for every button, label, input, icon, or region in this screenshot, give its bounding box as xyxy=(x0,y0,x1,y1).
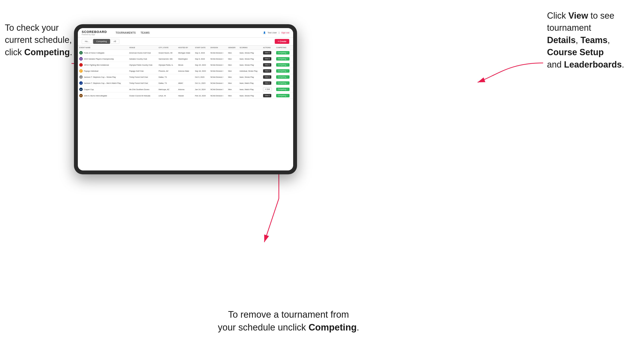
svg-line-4 xyxy=(264,198,279,242)
competing-button[interactable]: Competing ✓ xyxy=(276,75,290,79)
event-name-cell: IOFCC Fighting Illini Invitational xyxy=(78,62,128,68)
view-button[interactable]: View ℹ xyxy=(263,75,271,79)
event-name: Copper Cup xyxy=(84,88,94,91)
tab-all[interactable]: All xyxy=(110,39,119,44)
division-cell: NCAA Division I xyxy=(209,68,227,74)
hosted-by-cell: Hawaii xyxy=(177,93,194,99)
competing-cell: Competing ✓ xyxy=(275,93,293,99)
scoring-cell: team, Stroke Play xyxy=(238,74,262,80)
team-logo: I xyxy=(79,63,83,67)
event-name: Folds of Honor Collegiate xyxy=(84,52,104,54)
event-name: 2023 Sahalee Players Championship xyxy=(84,58,114,60)
event-name-cell: ACopper Cup xyxy=(78,86,128,93)
col-division: DIVISION xyxy=(209,45,227,50)
start-date-cell: Oct 11, 2023 xyxy=(194,80,209,86)
gender-cell: Men xyxy=(227,80,238,86)
start-date-cell: Sep 15, 2023 xyxy=(194,62,209,68)
create-button[interactable]: + Create xyxy=(275,39,289,44)
start-date-cell: Feb 15, 2024 xyxy=(194,93,209,99)
scoring-cell: team, Match Play xyxy=(238,80,262,86)
view-button[interactable]: View ℹ xyxy=(263,63,271,67)
competing-button[interactable]: Competing ✓ xyxy=(276,69,290,73)
venue-cell: American Dunes Golf Club xyxy=(128,50,157,56)
team-logo: J xyxy=(79,81,83,85)
city-state-cell: Sammamish, WA xyxy=(157,56,177,62)
tablet: SCOREBOARD Powered by clippi TOURNAMENTS… xyxy=(74,24,297,174)
separator: | xyxy=(279,31,279,34)
start-date-cell: Sep 9, 2023 xyxy=(194,56,209,62)
view-button[interactable]: View ℹ xyxy=(263,51,271,54)
city-state-cell: Phoenix, AZ xyxy=(157,68,177,74)
city-state-cell: Dallas, TX xyxy=(157,80,177,86)
division-cell: NCAA Division I xyxy=(209,50,227,56)
gender-cell: Men xyxy=(227,56,238,62)
view-button[interactable]: View ℹ xyxy=(263,57,271,60)
view-button[interactable]: View ℹ xyxy=(263,69,271,73)
gender-cell: Men xyxy=(227,50,238,56)
table-row: PPapago IndividualPapago Golf ClubPhoeni… xyxy=(78,68,293,74)
event-name-cell: W2023 Sahalee Players Championship xyxy=(78,56,128,62)
nav-teams[interactable]: TEAMS xyxy=(141,31,150,34)
city-state-cell: Maricopa, AZ xyxy=(157,86,177,93)
nav-tournaments[interactable]: TOURNAMENTS xyxy=(116,31,136,34)
competing-cell: Competing ✓ xyxy=(275,86,293,93)
actions-cell: View ℹ xyxy=(262,68,275,74)
competing-button[interactable]: Competing ✓ xyxy=(276,88,290,91)
view-button[interactable]: View ℹ xyxy=(263,81,271,85)
scoring-cell: team, Stroke Play xyxy=(238,50,262,56)
competing-cell: Competing ✓ xyxy=(275,62,293,68)
hosted-by-cell: Illinois xyxy=(177,62,194,68)
sign-out-link[interactable]: Sign out xyxy=(281,31,289,34)
view-button[interactable]: View ℹ xyxy=(263,94,271,97)
event-name-cell: PPapago Individual xyxy=(78,68,128,74)
actions-cell: View ℹ xyxy=(262,80,275,86)
competing-cell: Competing ✓ xyxy=(275,50,293,56)
competing-button[interactable]: Competing ✓ xyxy=(276,81,290,85)
col-event-name: EVENT NAME xyxy=(78,45,128,50)
annotation-bottom: To remove a tournament from your schedul… xyxy=(204,308,374,334)
scoring-cell: individual, Stroke Play xyxy=(238,68,262,74)
tournaments-table: EVENT NAME VENUE CITY, STATE HOSTED BY S… xyxy=(78,45,293,99)
col-city-state: CITY, STATE xyxy=(157,45,177,50)
competing-button[interactable]: Competing ✓ xyxy=(276,57,290,60)
scoreboard-title: SCOREBOARD xyxy=(82,30,107,34)
header-left: SCOREBOARD Powered by clippi TOURNAMENTS… xyxy=(82,30,150,35)
hosted-by-cell: Arizona xyxy=(177,86,194,93)
edit-button[interactable]: ✏ Edit xyxy=(263,87,272,91)
actions-cell: View ℹ xyxy=(262,93,275,99)
app-header: SCOREBOARD Powered by clippi TOURNAMENTS… xyxy=(78,28,293,37)
venue-cell: Ak-Chin Southern Dunes xyxy=(128,86,157,93)
hosted-by-cell xyxy=(177,74,194,80)
col-venue: VENUE xyxy=(128,45,157,50)
hosted-by-cell: ABAC xyxy=(177,80,194,86)
competing-button[interactable]: Competing ✓ xyxy=(276,94,290,97)
event-name-cell: HJohn A. Burns Intercollegiate xyxy=(78,93,128,99)
team-logo: W xyxy=(79,57,83,60)
competing-cell: Competing ✓ xyxy=(275,80,293,86)
tab-home[interactable]: Ho... xyxy=(82,39,92,44)
tab-competing[interactable]: Competing xyxy=(93,39,110,44)
user-name: Test User xyxy=(268,31,277,34)
hosted-by-cell: Arizona State xyxy=(177,68,194,74)
event-name: Jackson T. Stephens Cup – Men's Match Pl… xyxy=(84,82,121,84)
start-date-cell: Jan 14, 2024 xyxy=(194,86,209,93)
scoreboard-brand: SCOREBOARD Powered by clippi xyxy=(82,30,107,35)
division-cell: NCAA Division I xyxy=(209,62,227,68)
city-state-cell: Grand Haven, MI xyxy=(157,50,177,56)
team-logo: H xyxy=(79,94,83,97)
col-actions: ACTIONS xyxy=(262,45,275,50)
event-name-cell: SFolds of Honor Collegiate xyxy=(78,50,128,56)
start-date-cell: Sep 4, 2023 xyxy=(194,50,209,56)
competing-cell: Competing ✓ xyxy=(275,74,293,80)
scoring-cell: team, Match Play xyxy=(238,86,262,93)
actions-cell: ✏ Edit xyxy=(262,86,275,93)
table-row: JJackson T. Stephens Cup – Men's Match P… xyxy=(78,80,293,86)
team-logo: A xyxy=(79,88,83,91)
competing-button[interactable]: Competing ✓ xyxy=(276,51,290,54)
annotation-top-right: Click View to see tournament Details, Te… xyxy=(547,10,639,71)
col-gender: GENDER xyxy=(227,45,238,50)
city-state-cell: Olympia Fields, IL xyxy=(157,62,177,68)
col-hosted-by: HOSTED BY xyxy=(177,45,194,50)
competing-button[interactable]: Competing ✓ xyxy=(276,63,290,67)
gender-cell: Men xyxy=(227,62,238,68)
